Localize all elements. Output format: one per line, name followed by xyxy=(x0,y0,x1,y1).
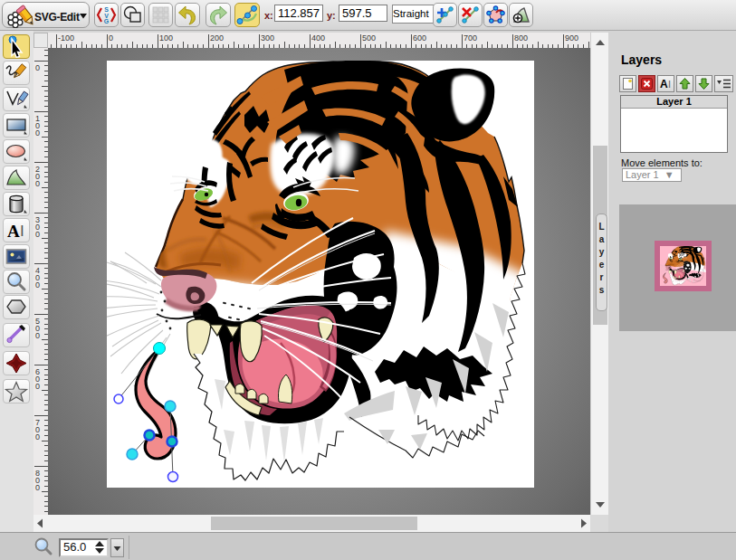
svg-text:500: 500 xyxy=(362,33,376,43)
svg-text:0: 0 xyxy=(35,230,40,239)
svg-text:I: I xyxy=(668,79,671,90)
svg-text:G: G xyxy=(104,18,110,24)
svg-text:0: 0 xyxy=(35,483,40,492)
svg-text:0: 0 xyxy=(35,432,40,441)
svg-text:0: 0 xyxy=(35,382,40,391)
svg-text:0: 0 xyxy=(35,280,40,289)
svg-text:0: 0 xyxy=(35,63,40,72)
svg-text:100: 100 xyxy=(159,33,173,43)
svg-text:A: A xyxy=(660,78,668,90)
svg-text:900: 900 xyxy=(565,33,578,43)
svg-text:I: I xyxy=(20,223,24,240)
svg-text:0: 0 xyxy=(35,331,40,340)
svg-text:700: 700 xyxy=(464,33,477,43)
svg-text:600: 600 xyxy=(413,33,426,43)
svg-text:800: 800 xyxy=(514,33,528,43)
svg-text:300: 300 xyxy=(261,33,274,43)
svg-text:0: 0 xyxy=(35,128,40,138)
svg-text:0: 0 xyxy=(35,179,40,188)
svg-text:200: 200 xyxy=(210,33,224,43)
svg-text:400: 400 xyxy=(311,33,325,43)
svg-text:0: 0 xyxy=(109,33,113,43)
svg-text:-100: -100 xyxy=(58,33,74,43)
svg-text:A: A xyxy=(7,222,20,241)
